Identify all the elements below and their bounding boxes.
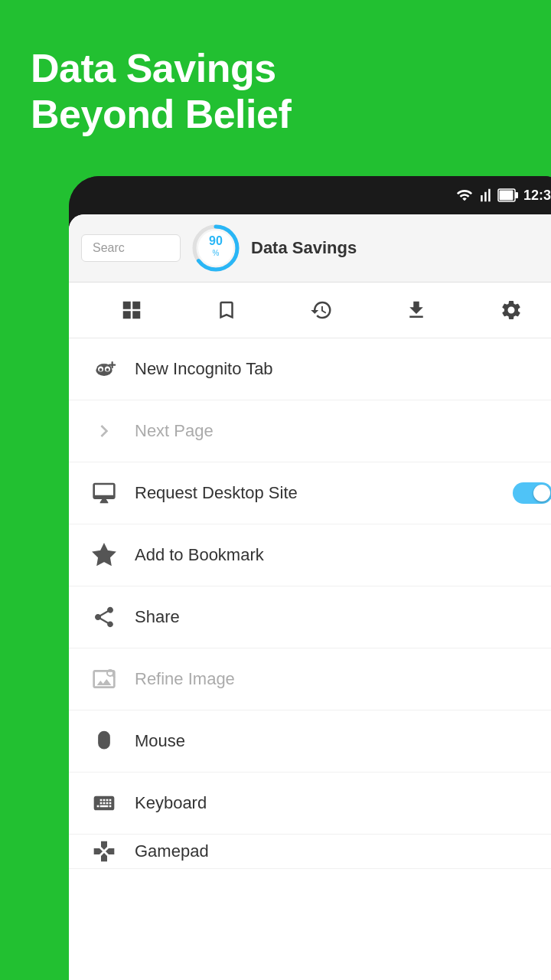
toolbar-settings-icon[interactable]: [494, 293, 528, 327]
menu-item-next-page[interactable]: Next Page: [69, 400, 551, 462]
keyboard-label: Keyboard: [135, 793, 207, 813]
mouse-icon: [90, 727, 118, 755]
svg-rect-1: [499, 191, 513, 201]
toolbar-history-icon[interactable]: [305, 293, 338, 327]
header-line2: Beyond Belief: [31, 92, 291, 138]
menu-list: New Incognito Tab Next Page Reques: [69, 338, 551, 869]
incognito-plus-icon: [90, 355, 118, 383]
refine-image-icon: [90, 665, 118, 693]
refine-image-label: Refine Image: [135, 669, 235, 689]
toolbar-row: [69, 283, 551, 338]
toolbar-tabs-icon[interactable]: [115, 293, 148, 327]
menu-item-gamepad[interactable]: Gamepad: [69, 835, 551, 869]
gamepad-icon: [90, 838, 118, 865]
address-bar-row: Searc 90 % Data Savi: [69, 214, 551, 283]
star-icon: [90, 541, 118, 569]
savings-circle: 90 %: [190, 222, 242, 274]
menu-item-refine-image[interactable]: Refine Image: [69, 648, 551, 710]
menu-item-share[interactable]: Share: [69, 586, 551, 648]
menu-item-add-to-bookmark[interactable]: Add to Bookmark: [69, 524, 551, 586]
data-savings-header: 90 % Data Savings: [190, 222, 551, 274]
request-desktop-site-label: Request Desktop Site: [135, 483, 298, 503]
toolbar-bookmarks-icon[interactable]: [210, 293, 243, 327]
menu-item-new-incognito-tab[interactable]: New Incognito Tab: [69, 338, 551, 400]
svg-point-11: [99, 368, 103, 371]
new-incognito-tab-label: New Incognito Tab: [135, 359, 273, 379]
share-icon: [90, 603, 118, 631]
menu-item-keyboard[interactable]: Keyboard: [69, 773, 551, 835]
browser-content: Searc 90 % Data Savi: [69, 214, 551, 980]
svg-point-12: [106, 368, 109, 371]
header-title: Data Savings Beyond Belief: [31, 46, 291, 138]
menu-item-mouse[interactable]: Mouse: [69, 710, 551, 773]
share-label: Share: [135, 607, 180, 627]
header-line1: Data Savings: [31, 46, 291, 92]
monitor-icon: [90, 479, 118, 507]
request-desktop-toggle[interactable]: [513, 482, 551, 504]
status-icons: 12:30: [456, 187, 551, 204]
battery-icon: [497, 188, 519, 202]
toolbar-downloads-icon[interactable]: [399, 293, 433, 327]
next-page-label: Next Page: [135, 421, 214, 441]
savings-circle-svg: 90 %: [190, 222, 242, 274]
data-savings-label: Data Savings: [251, 238, 357, 258]
search-bar[interactable]: Searc: [81, 234, 181, 262]
keyboard-icon: [90, 789, 118, 817]
next-page-icon: [90, 417, 118, 445]
phone-frame: 12:30 Searc 90 %: [69, 176, 551, 980]
signal-icon: [478, 187, 493, 204]
svg-rect-2: [515, 192, 518, 198]
status-time: 12:30: [523, 188, 551, 204]
mouse-label: Mouse: [135, 731, 185, 751]
gamepad-label: Gamepad: [135, 841, 209, 861]
menu-item-request-desktop-site[interactable]: Request Desktop Site: [69, 462, 551, 524]
svg-text:%: %: [213, 249, 220, 257]
wifi-icon: [456, 187, 473, 204]
add-to-bookmark-label: Add to Bookmark: [135, 545, 264, 565]
status-bar: 12:30: [69, 176, 551, 214]
svg-text:90: 90: [209, 234, 223, 247]
